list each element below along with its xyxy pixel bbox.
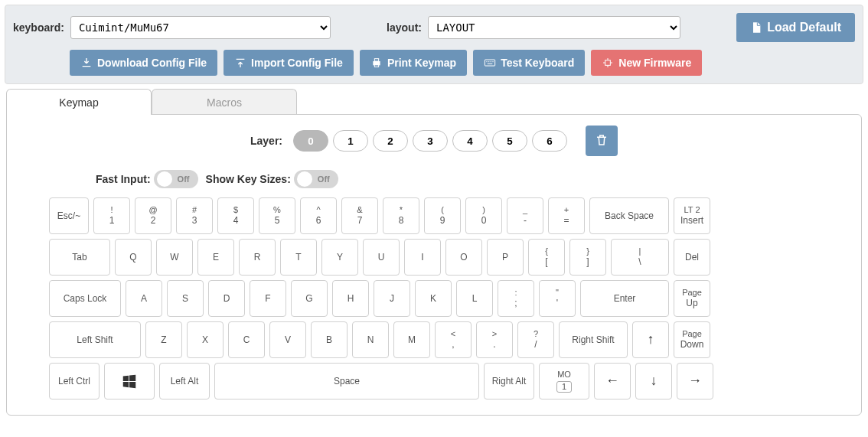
key[interactable]: A (126, 280, 162, 317)
layout-select[interactable]: LAYOUT (428, 16, 680, 39)
key[interactable]: Caps Lock (49, 280, 121, 317)
key[interactable]: E (197, 239, 234, 276)
key[interactable]: PageUp (674, 280, 710, 317)
key[interactable]: L (456, 280, 493, 317)
keymap-panel: Layer: 0 1 2 3 4 5 6 Fast Input: Off Sho… (6, 114, 862, 416)
key[interactable]: ?/ (517, 321, 554, 358)
layer-0[interactable]: 0 (293, 130, 328, 152)
layer-row: Layer: 0 1 2 3 4 5 6 (19, 126, 849, 156)
download-icon (80, 57, 93, 69)
key[interactable]: >. (476, 321, 513, 358)
key[interactable]: Esc/~ (49, 197, 89, 234)
svg-rect-3 (485, 60, 494, 66)
key[interactable]: Right Shift (559, 321, 628, 358)
key[interactable]: R (239, 239, 276, 276)
svg-rect-0 (373, 61, 380, 65)
layer-6[interactable]: 6 (532, 130, 567, 152)
key[interactable]: PageDown (674, 321, 710, 358)
key[interactable]: N (352, 321, 389, 358)
key[interactable]: %5 (259, 197, 295, 234)
key[interactable]: Left Ctrl (49, 363, 100, 399)
key[interactable]: Y (321, 239, 358, 276)
key-win[interactable] (104, 363, 155, 399)
tab-keymap[interactable]: Keymap (6, 89, 152, 115)
key[interactable]: Back Space (589, 197, 669, 234)
layer-2[interactable]: 2 (373, 130, 408, 152)
key[interactable]: Enter (580, 280, 669, 317)
key[interactable]: O (445, 239, 482, 276)
key[interactable]: |\ (611, 239, 669, 276)
key[interactable]: @2 (135, 197, 171, 234)
key[interactable]: ← (594, 363, 631, 399)
key[interactable]: ↓ (635, 363, 672, 399)
svg-rect-2 (374, 64, 378, 67)
key[interactable]: $4 (217, 197, 254, 234)
key[interactable]: Left Shift (49, 321, 141, 358)
new-firmware-button[interactable]: New Firmware (591, 50, 702, 76)
key[interactable]: B (311, 321, 348, 358)
key[interactable]: #3 (176, 197, 213, 234)
print-icon (370, 57, 383, 69)
key[interactable]: C (228, 321, 265, 358)
key[interactable]: ^6 (300, 197, 337, 234)
file-icon (750, 21, 762, 34)
key[interactable]: Left Alt (159, 363, 210, 399)
svg-rect-1 (374, 59, 378, 61)
key[interactable]: Right Alt (484, 363, 534, 399)
key[interactable]: "' (539, 280, 576, 317)
key[interactable]: }] (569, 239, 606, 276)
key[interactable]: W (156, 239, 193, 276)
key[interactable]: K (415, 280, 452, 317)
key[interactable]: G (291, 280, 328, 317)
key[interactable]: H (332, 280, 369, 317)
key[interactable]: P (487, 239, 524, 276)
key[interactable]: D (208, 280, 245, 317)
key[interactable]: Space (214, 363, 479, 399)
fastinput-label: Fast Input: (96, 173, 151, 185)
key[interactable]: → (677, 363, 713, 399)
toggle-row: Fast Input: Off Show Key Sizes: Off (96, 170, 849, 188)
key[interactable]: <, (435, 321, 472, 358)
key[interactable]: ↑ (632, 321, 669, 358)
key[interactable]: MO1 (539, 363, 589, 399)
print-keymap-button[interactable]: Print Keymap (360, 50, 467, 76)
keyboard-select[interactable]: Cuimint/MuMu67 (70, 16, 331, 39)
fastinput-toggle[interactable]: Off (154, 170, 198, 188)
key[interactable]: I (404, 239, 441, 276)
layer-3[interactable]: 3 (413, 130, 448, 152)
download-config-button[interactable]: Download Config File (70, 50, 217, 76)
layer-4[interactable]: 4 (452, 130, 488, 152)
key[interactable]: Tab (49, 239, 110, 276)
layer-1[interactable]: 1 (333, 130, 368, 152)
key[interactable]: *8 (383, 197, 419, 234)
showsizes-toggle[interactable]: Off (294, 170, 338, 188)
key[interactable]: Del (674, 239, 710, 276)
key[interactable]: X (187, 321, 224, 358)
key[interactable]: U (363, 239, 400, 276)
key[interactable]: S (167, 280, 204, 317)
key[interactable]: M (393, 321, 430, 358)
key[interactable]: T (280, 239, 317, 276)
key[interactable]: Z (145, 321, 182, 358)
key[interactable]: LT 2Insert (674, 197, 710, 234)
trash-icon (595, 133, 609, 149)
key[interactable]: J (374, 280, 410, 317)
test-keyboard-button[interactable]: Test Keyboard (473, 50, 585, 76)
delete-layer-button[interactable] (586, 126, 618, 156)
load-default-button[interactable]: Load Default (736, 13, 855, 42)
layer-5[interactable]: 5 (492, 130, 527, 152)
key[interactable]: (9 (424, 197, 461, 234)
key[interactable]: :; (498, 280, 534, 317)
key[interactable]: F (250, 280, 286, 317)
key[interactable]: !1 (93, 197, 130, 234)
tab-macros[interactable]: Macros (152, 89, 297, 115)
key[interactable]: _- (507, 197, 543, 234)
import-config-button[interactable]: Import Config File (224, 50, 354, 76)
key[interactable]: V (269, 321, 306, 358)
key[interactable]: += (548, 197, 585, 234)
key[interactable]: )0 (465, 197, 502, 234)
layout-label: layout: (387, 21, 422, 34)
key[interactable]: Q (115, 239, 152, 276)
key[interactable]: &7 (341, 197, 378, 234)
key[interactable]: {[ (528, 239, 565, 276)
